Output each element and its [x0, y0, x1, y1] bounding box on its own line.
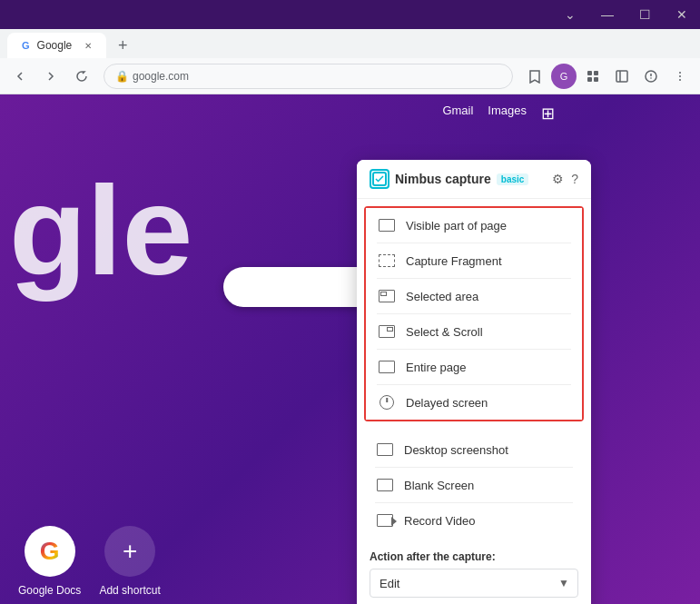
tab-strip: G Google ✕ +	[0, 29, 700, 58]
select-scroll-icon	[377, 322, 397, 342]
selected-area-label: Selected area	[406, 290, 478, 303]
google-logo-partial: gle	[9, 167, 192, 294]
page-background: gle 🎤 G Google Docs + Add shortcut Gmail…	[0, 94, 700, 604]
option-capture-fragment[interactable]: Capture Fragment	[366, 243, 582, 278]
minimize-button[interactable]: ⌄	[559, 5, 581, 24]
option-desktop-screenshot[interactable]: Desktop screenshot	[364, 432, 584, 467]
option-selected-area[interactable]: Selected area	[366, 279, 582, 313]
add-shortcut-label: Add shortcut	[99, 584, 160, 597]
tab-favicon: G	[22, 40, 30, 51]
nimbus-popup: Nimbus capture basic ⚙ ? Visible part of…	[357, 160, 591, 604]
minimize-button2[interactable]: —	[596, 5, 619, 24]
select-scroll-label: Select & Scroll	[406, 325, 483, 339]
svg-rect-1	[594, 71, 598, 75]
svg-point-10	[679, 75, 681, 77]
visible-part-label: Visible part of page	[406, 219, 507, 233]
shortcut-add[interactable]: + Add shortcut	[99, 526, 160, 597]
option-blank-screen[interactable]: Blank Screen	[364, 468, 584, 502]
nimbus-title: Nimbus capture	[395, 172, 491, 186]
svg-rect-3	[594, 77, 598, 82]
capture-fragment-icon	[377, 251, 397, 271]
tab-title: Google	[37, 39, 73, 52]
google-nav: Gmail Images ⊞	[442, 94, 555, 133]
toolbar-right-icons: G	[522, 64, 693, 89]
action-label: Action after the capture:	[370, 550, 578, 563]
back-button[interactable]	[7, 64, 33, 89]
avatar-initial: G	[560, 71, 568, 82]
delayed-screen-icon	[377, 392, 397, 412]
selected-area-icon	[377, 286, 397, 306]
active-tab[interactable]: G Google ✕	[7, 33, 106, 58]
svg-point-11	[679, 79, 681, 81]
normal-capture-options: Desktop screenshot Blank Screen Record V…	[357, 429, 591, 541]
google-docs-icon: G	[25, 526, 75, 577]
new-tab-button[interactable]: +	[110, 33, 135, 58]
menu-icon[interactable]	[667, 64, 693, 89]
images-link[interactable]: Images	[488, 104, 527, 124]
extensions-icon[interactable]	[580, 64, 606, 89]
gmail-link[interactable]: Gmail	[442, 104, 473, 124]
visible-part-icon	[377, 215, 397, 235]
svg-rect-0	[587, 71, 592, 75]
svg-point-9	[679, 72, 681, 74]
tab-close-icon[interactable]: ✕	[84, 41, 92, 51]
shortcuts-area: G Google Docs + Add shortcut	[18, 526, 161, 597]
delayed-screen-label: Delayed screen	[406, 396, 488, 410]
entire-page-label: Entire page	[406, 361, 467, 374]
nimbus-logo: Nimbus capture basic	[370, 169, 528, 189]
nimbus-logo-icon	[370, 169, 389, 189]
svg-rect-2	[587, 77, 592, 82]
svg-point-8	[650, 77, 652, 79]
address-text: google.com	[133, 70, 189, 83]
record-video-icon	[375, 510, 395, 530]
google-docs-label: Google Docs	[18, 584, 81, 597]
desktop-screenshot-label: Desktop screenshot	[404, 443, 508, 457]
browser-toolbar: 🔒 google.com G	[0, 58, 700, 94]
reload-button[interactable]	[69, 64, 94, 89]
shortcut-google-docs[interactable]: G Google Docs	[18, 526, 81, 597]
option-select-scroll[interactable]: Select & Scroll	[366, 314, 582, 349]
help-icon[interactable]: ?	[571, 172, 578, 186]
option-record-video[interactable]: Record Video	[364, 503, 584, 538]
bookmark-icon[interactable]	[522, 64, 547, 89]
desktop-screenshot-icon	[375, 440, 395, 460]
action-area: Action after the capture: Edit Save Copy…	[357, 541, 591, 598]
shield-icon[interactable]	[638, 64, 664, 89]
blank-screen-label: Blank Screen	[404, 479, 474, 492]
sidebar-toggle-icon[interactable]	[609, 64, 635, 89]
forward-button[interactable]	[38, 64, 64, 89]
action-select-wrapper: Edit Save Copy Upload ▼	[370, 569, 578, 598]
apps-icon[interactable]: ⊞	[541, 104, 555, 124]
maximize-button[interactable]: ☐	[634, 5, 656, 24]
record-video-label: Record Video	[404, 514, 476, 528]
address-bar-area: 🔒 google.com	[100, 64, 517, 89]
option-delayed-screen[interactable]: Delayed screen	[366, 385, 582, 420]
nimbus-header-icons: ⚙ ?	[552, 172, 578, 186]
option-entire-page[interactable]: Entire page	[366, 350, 582, 384]
entire-page-icon	[377, 357, 397, 377]
capture-fragment-label: Capture Fragment	[406, 254, 502, 268]
highlighted-capture-group: Visible part of page Capture Fragment	[364, 206, 584, 421]
action-select[interactable]: Edit Save Copy Upload	[370, 569, 578, 598]
svg-rect-4	[616, 71, 627, 82]
add-shortcut-icon: +	[104, 526, 155, 577]
nimbus-header: Nimbus capture basic ⚙ ?	[357, 160, 591, 199]
close-button[interactable]: ✕	[671, 5, 693, 24]
address-bar[interactable]: 🔒 google.com	[104, 64, 513, 89]
blank-screen-icon	[375, 475, 395, 495]
settings-icon[interactable]: ⚙	[552, 172, 564, 186]
window-title-bar: ⌄ — ☐ ✕	[0, 0, 700, 29]
profile-avatar[interactable]: G	[551, 64, 577, 89]
option-visible-part[interactable]: Visible part of page	[366, 208, 582, 243]
nimbus-badge: basic	[497, 173, 529, 185]
